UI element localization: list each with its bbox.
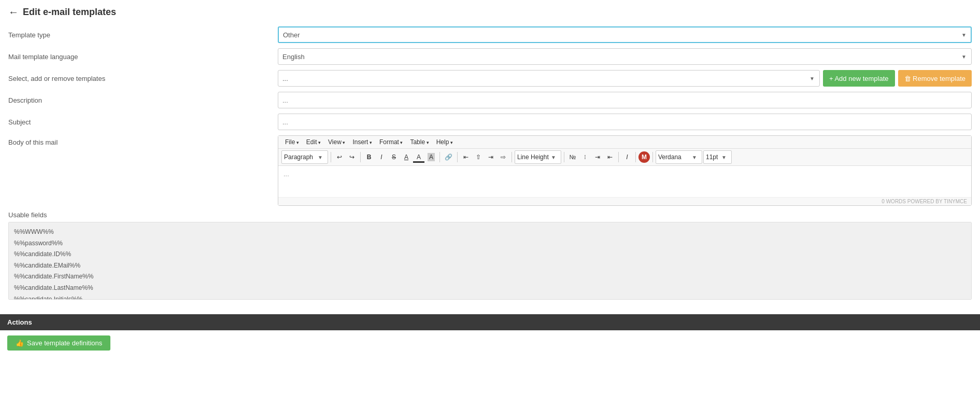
- template-type-select[interactable]: Other Welcome Notification Reminder: [278, 26, 972, 43]
- usable-field-1: %%password%%: [14, 238, 966, 249]
- add-new-template-button[interactable]: + Add new template: [823, 70, 895, 87]
- editor-body[interactable]: ...: [278, 166, 971, 197]
- font-select-wrapper: Verdana Arial Times New Roman: [656, 150, 702, 164]
- highlight-button[interactable]: A: [425, 150, 437, 164]
- mail-language-select-wrapper: English French German Spanish: [278, 48, 972, 65]
- page-title: Edit e-mail templates: [23, 7, 116, 18]
- editor-footer-text: 0 WORDS POWERED BY TINYMCE: [882, 199, 967, 204]
- usable-field-3: %%candidate.EMail%%: [14, 260, 966, 272]
- actions-bar: Actions: [0, 314, 980, 330]
- menu-edit[interactable]: Edit ▾: [303, 137, 324, 147]
- usable-field-2: %%candidate.ID%%: [14, 249, 966, 260]
- align-right-button[interactable]: ⇥: [485, 150, 496, 164]
- subject-label: Subject: [8, 118, 278, 126]
- indent-button[interactable]: ⇥: [592, 150, 603, 164]
- save-button[interactable]: 👍 Save template definitions: [7, 335, 110, 351]
- select-template-row: Select, add or remove templates ... + Ad…: [8, 70, 972, 87]
- outdent-button[interactable]: ⇤: [604, 150, 616, 164]
- template-select[interactable]: ...: [278, 70, 820, 87]
- align-center-button[interactable]: ⇧: [473, 150, 484, 164]
- toolbar-sep-4: [457, 152, 458, 162]
- toolbar-sep-8: [635, 152, 636, 162]
- align-justify-button[interactable]: ⇨: [498, 150, 509, 164]
- menu-insert[interactable]: Insert ▾: [349, 137, 376, 147]
- template-type-row: Template type Other Welcome Notification…: [8, 26, 972, 43]
- toolbar-sep-9: [652, 152, 653, 162]
- editor-footer: 0 WORDS POWERED BY TINYMCE: [278, 197, 971, 205]
- save-label: Save template definitions: [27, 339, 102, 347]
- toolbar-sep-1: [331, 152, 331, 162]
- menu-help[interactable]: Help ▾: [433, 137, 457, 147]
- font-select[interactable]: Verdana Arial Times New Roman: [656, 150, 702, 164]
- italic2-button[interactable]: I: [621, 150, 633, 164]
- template-select-wrapper: ...: [278, 70, 820, 87]
- description-input[interactable]: [278, 92, 972, 108]
- body-label: Body of this mail: [8, 135, 278, 146]
- usable-fields-box: %%WWW%% %%password%% %%candidate.ID%% %%…: [8, 222, 972, 300]
- editor-container: File ▾ Edit ▾ View ▾ Insert ▾ Format ▾: [278, 135, 972, 206]
- usable-field-0: %%WWW%%: [14, 227, 966, 238]
- ordered-list-button[interactable]: №: [567, 150, 578, 164]
- remove-template-button[interactable]: 🗑 Remove template: [898, 70, 972, 87]
- font-size-select[interactable]: 11pt 12pt 14pt: [703, 150, 732, 164]
- font-size-select-wrapper: 11pt 12pt 14pt: [703, 150, 732, 164]
- font-color-bar: [413, 161, 424, 163]
- save-section: 👍 Save template definitions: [0, 330, 980, 356]
- font-color-button[interactable]: A: [413, 150, 424, 164]
- usable-fields-section: Usable fields %%WWW%% %%password%% %%can…: [8, 211, 972, 300]
- tinymce-m-icon: M: [638, 151, 650, 163]
- redo-button[interactable]: ↪: [346, 150, 358, 164]
- usable-field-4: %%candidate.FirstName%%: [14, 271, 966, 283]
- subject-input[interactable]: [278, 114, 972, 130]
- menu-view[interactable]: View ▾: [324, 137, 349, 147]
- select-template-label: Select, add or remove templates: [8, 75, 278, 82]
- underline-a-button[interactable]: A: [401, 150, 412, 164]
- usable-field-6: %%candidate.Initials%%: [14, 294, 966, 300]
- mail-language-label: Mail template language: [8, 53, 278, 61]
- select-template-control: ... + Add new template 🗑 Remove template: [278, 70, 972, 87]
- link-button[interactable]: 🔗: [443, 150, 455, 164]
- toolbar-sep-5: [512, 152, 512, 162]
- paragraph-select[interactable]: Paragraph: [281, 150, 328, 164]
- format-caret: ▾: [399, 140, 403, 145]
- highlight-icon: A: [428, 153, 435, 161]
- mail-language-control: English French German Spanish: [278, 48, 972, 65]
- template-action-row: ... + Add new template 🗑 Remove template: [278, 70, 972, 87]
- insert-caret: ▾: [368, 140, 372, 145]
- strikethrough-button[interactable]: S: [388, 150, 400, 164]
- actions-label: Actions: [7, 318, 32, 326]
- body-control: File ▾ Edit ▾ View ▾ Insert ▾ Format ▾: [278, 135, 972, 206]
- font-color-icon: A: [417, 153, 421, 161]
- description-row: Description: [8, 92, 972, 108]
- edit-caret: ▾: [317, 140, 321, 145]
- template-type-control: Other Welcome Notification Reminder: [278, 26, 972, 43]
- description-label: Description: [8, 96, 278, 104]
- editor-toolbar: Paragraph ↩ ↪ B I S A A: [278, 149, 971, 166]
- toolbar-sep-7: [618, 152, 619, 162]
- subject-control: [278, 114, 972, 130]
- bold-button[interactable]: B: [363, 150, 375, 164]
- usable-fields-label: Usable fields: [8, 211, 972, 219]
- line-height-select[interactable]: Line Height: [515, 150, 561, 164]
- undo-button[interactable]: ↩: [334, 150, 345, 164]
- menu-table[interactable]: Table ▾: [406, 137, 432, 147]
- toolbar-sep-2: [360, 152, 361, 162]
- template-type-select-wrapper: Other Welcome Notification Reminder: [278, 26, 972, 43]
- back-icon[interactable]: ←: [8, 6, 19, 18]
- italic-button[interactable]: I: [376, 150, 387, 164]
- toolbar-sep-6: [564, 152, 564, 162]
- template-type-label: Template type: [8, 31, 278, 39]
- align-left-button[interactable]: ⇤: [460, 150, 472, 164]
- usable-field-5: %%candidate.LastName%%: [14, 283, 966, 294]
- line-height-select-wrapper: Line Height: [515, 150, 561, 164]
- menu-file[interactable]: File ▾: [281, 137, 303, 147]
- save-icon: 👍: [16, 339, 24, 347]
- editor-body-text: ...: [283, 170, 289, 178]
- editor-menubar: File ▾ Edit ▾ View ▾ Insert ▾ Format ▾: [278, 136, 971, 149]
- file-caret: ▾: [295, 140, 299, 145]
- paragraph-select-wrapper: Paragraph: [281, 150, 328, 164]
- toolbar-sep-3: [439, 152, 440, 162]
- menu-format[interactable]: Format ▾: [376, 137, 407, 147]
- mail-language-select[interactable]: English French German Spanish: [278, 48, 972, 65]
- unordered-list-button[interactable]: ⁝: [579, 150, 591, 164]
